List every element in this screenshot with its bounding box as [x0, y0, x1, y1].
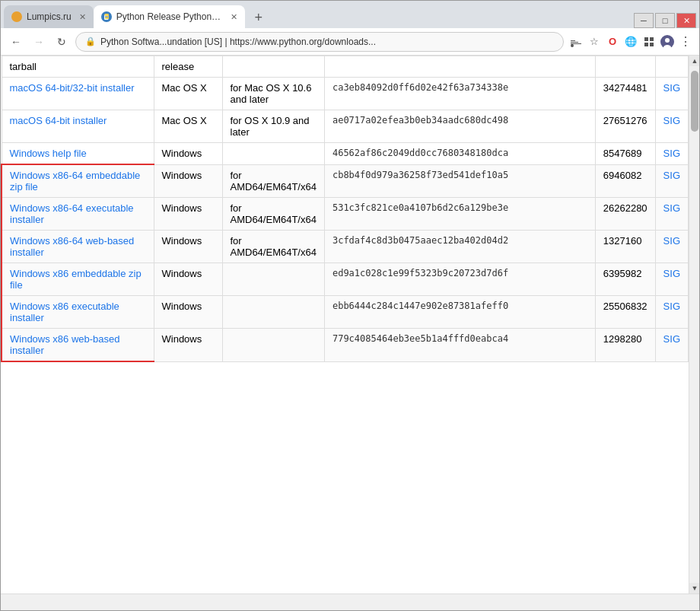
os-cell: Windows — [154, 164, 222, 198]
refresh-button[interactable]: ↻ — [52, 33, 71, 51]
scroll-up-arrow[interactable]: ▲ — [689, 56, 699, 66]
menu-button[interactable]: ⋮ — [678, 34, 693, 49]
desc-cell: for OS X 10.9 and later — [222, 110, 324, 143]
table-row: Windows x86 web-based installerWindows77… — [2, 329, 689, 362]
file-link[interactable]: Windows x86 embeddable zip file — [10, 268, 142, 291]
svg-point-10 — [665, 38, 670, 43]
extensions-icon[interactable] — [641, 34, 657, 49]
size-cell — [595, 56, 655, 78]
globe-icon[interactable]: 🌐 — [623, 34, 638, 49]
md5-cell: 46562af86c2049dd0cc7680348180dca — [324, 143, 595, 165]
md5-cell: 531c3fc821ce0a4107b6d2c6a129be3e — [324, 198, 595, 231]
cast-icon[interactable] — [568, 34, 584, 49]
desc-cell: for AMD64/EM64T/x64 — [222, 198, 324, 231]
tabs-bar: Lumpics.ru ✕ Python Release Python 3.7.0… — [1, 1, 699, 28]
size-cell: 6395982 — [595, 263, 655, 296]
md5-cell: ca3eb84092d0ff6d02e42f63a734338e — [324, 78, 595, 110]
table-row: Windows help fileWindows46562af86c2049dd… — [2, 143, 689, 165]
url-text: Python Softwa...undation [US] | https://… — [100, 37, 554, 47]
scroll-down-arrow[interactable]: ▼ — [689, 583, 699, 593]
address-bar: ← → ↻ 🔒 Python Softwa...undation [US] | … — [1, 28, 699, 56]
md5-cell: ed9a1c028c1e99f5323b9c20723d7d6f — [324, 263, 595, 296]
tab-label-lumpics: Lumpics.ru — [27, 11, 72, 22]
desc-cell — [222, 263, 324, 296]
scroll-area: tarballreleasemacOS 64-bit/32-bit instal… — [1, 56, 689, 593]
md5-cell: 779c4085464eb3ee5b1a4fffd0eabca4 — [324, 329, 595, 362]
sig-link[interactable]: SIG — [663, 268, 680, 279]
size-cell: 34274481 — [595, 78, 655, 110]
sig-cell: SIG — [655, 110, 688, 143]
profile-icon[interactable] — [660, 34, 675, 49]
os-cell: Windows — [154, 143, 222, 165]
file-link[interactable]: macOS 64-bit installer — [10, 115, 107, 126]
sig-cell: SIG — [655, 231, 688, 263]
desc-cell: for AMD64/EM64T/x64 — [222, 164, 324, 198]
os-cell: Mac OS X — [154, 110, 222, 143]
os-cell: Windows — [154, 296, 222, 329]
desc-cell — [222, 56, 324, 78]
file-link[interactable]: macOS 64-bit/32-bit installer — [10, 82, 135, 94]
tab-lumpics[interactable]: Lumpics.ru ✕ — [4, 5, 94, 28]
sig-cell — [655, 56, 688, 78]
desc-cell — [222, 296, 324, 329]
sig-link[interactable]: SIG — [663, 235, 680, 247]
scrollbar-thumb[interactable] — [691, 71, 698, 132]
svg-rect-1 — [571, 43, 581, 44]
file-link[interactable]: Windows x86 executable installer — [10, 301, 119, 323]
file-link[interactable]: Windows x86-64 executable installer — [10, 202, 134, 225]
opera-icon[interactable]: O — [605, 34, 620, 49]
back-button[interactable]: ← — [7, 33, 25, 51]
downloads-table: tarballreleasemacOS 64-bit/32-bit instal… — [1, 56, 689, 362]
md5-cell — [324, 56, 595, 78]
sig-link[interactable]: SIG — [663, 333, 680, 345]
minimize-button[interactable]: ─ — [634, 13, 654, 28]
close-button[interactable]: ✕ — [676, 13, 696, 28]
table-row: tarballrelease — [2, 56, 689, 78]
size-cell: 26262280 — [595, 198, 655, 231]
file-link[interactable]: Windows x86-64 web-based installer — [10, 235, 134, 258]
sig-cell: SIG — [655, 164, 688, 198]
svg-rect-3 — [571, 40, 575, 41]
forward-button[interactable]: → — [30, 33, 48, 51]
desc-cell: for Mac OS X 10.6 and later — [222, 78, 324, 110]
file-link[interactable]: Windows x86 web-based installer — [10, 333, 120, 356]
status-bar — [1, 593, 699, 610]
maximize-button[interactable]: □ — [655, 13, 675, 28]
lock-icon: 🔒 — [85, 37, 96, 46]
svg-rect-8 — [650, 43, 654, 46]
file-link[interactable]: Windows help file — [10, 148, 87, 159]
sig-link[interactable]: SIG — [663, 82, 680, 94]
sig-link[interactable]: SIG — [663, 202, 680, 214]
sig-link[interactable]: SIG — [663, 115, 680, 126]
size-cell: 1298280 — [595, 329, 655, 362]
os-cell: Windows — [154, 329, 222, 362]
desc-cell — [222, 329, 324, 362]
size-cell: 25506832 — [595, 296, 655, 329]
desc-cell — [222, 143, 324, 165]
md5-cell: 3cfdaf4c8d3b0475aaec12ba402d04d2 — [324, 231, 595, 263]
page-content: tarballreleasemacOS 64-bit/32-bit instal… — [1, 56, 699, 593]
bookmark-icon[interactable]: ☆ — [587, 34, 602, 49]
size-cell: 6946082 — [595, 164, 655, 198]
tab-close-python[interactable]: ✕ — [231, 12, 237, 22]
sig-cell: SIG — [655, 263, 688, 296]
table-row: Windows x86 executable installerWindowse… — [2, 296, 689, 329]
table-row: Windows x86 embeddable zip fileWindowsed… — [2, 263, 689, 296]
md5-cell: cb8b4f0d979a36258f73ed541def10a5 — [324, 164, 595, 198]
sig-link[interactable]: SIG — [663, 148, 680, 159]
sig-cell: SIG — [655, 329, 688, 362]
sig-link[interactable]: SIG — [663, 301, 680, 312]
tab-label-python: Python Release Python 3.7.0 | Py — [116, 11, 223, 22]
tab-favicon-python — [101, 11, 112, 22]
desc-cell: for AMD64/EM64T/x64 — [222, 231, 324, 263]
sig-link[interactable]: SIG — [663, 170, 680, 181]
tab-python[interactable]: Python Release Python 3.7.0 | Py ✕ — [94, 5, 245, 28]
new-tab-button[interactable]: + — [248, 7, 269, 28]
md5-cell: ebb6444c284c1447e902e87381afeff0 — [324, 296, 595, 329]
tab-favicon-lumpics — [11, 11, 22, 22]
sig-cell: SIG — [655, 78, 688, 110]
file-link[interactable]: Windows x86-64 embeddable zip file — [10, 170, 140, 193]
url-bar[interactable]: 🔒 Python Softwa...undation [US] | https:… — [75, 32, 564, 52]
tab-close-lumpics[interactable]: ✕ — [79, 12, 86, 22]
scrollbar[interactable]: ▲ ▼ — [689, 56, 699, 593]
